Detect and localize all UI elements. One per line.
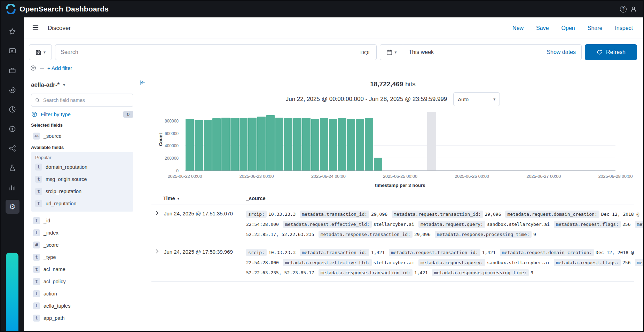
source-field-value: 256 (622, 222, 630, 227)
interval-select[interactable]: Auto ▾ (453, 92, 500, 106)
field-type-icon: t (35, 200, 42, 207)
source-field-key: metadata.request.domain_creation: (500, 249, 594, 256)
histogram-bar[interactable] (230, 118, 239, 171)
source-field-key: metadata.request.transaction_id: (389, 249, 480, 256)
header-action-inspect[interactable]: Inspect (615, 25, 633, 31)
histogram-bar[interactable] (195, 120, 203, 171)
brand[interactable]: OpenSearchDashboards (6, 4, 109, 14)
header-action-new[interactable]: New (512, 25, 524, 31)
add-filter-button[interactable]: + Add filter (47, 65, 72, 71)
header-action-save[interactable]: Save (536, 25, 549, 31)
field-item-msg_origin.source[interactable]: tmsg_origin.source (33, 173, 131, 185)
field-item-_index[interactable]: t_index (31, 227, 131, 239)
histogram-bar[interactable] (239, 118, 248, 171)
histogram-bar[interactable] (347, 119, 355, 171)
flask-icon[interactable] (6, 161, 19, 175)
source-field-key: metadata.transaction_id: (300, 211, 369, 218)
field-search-input[interactable] (43, 97, 129, 103)
observability-icon[interactable] (6, 83, 19, 97)
brand-suffix: Dashboards (66, 5, 109, 13)
brand-name: OpenSearch (19, 5, 63, 13)
field-item-aella_tuples[interactable]: taella_tuples (31, 300, 131, 312)
histogram-bar[interactable] (329, 119, 337, 171)
histogram-bar[interactable] (320, 118, 328, 171)
field-item-action[interactable]: taction (31, 287, 131, 300)
histogram-bar[interactable] (221, 118, 230, 171)
filter-icon[interactable] (30, 65, 37, 71)
query-language-button[interactable]: DQL (358, 49, 371, 55)
histogram-bar[interactable] (275, 118, 284, 171)
header-action-share[interactable]: Share (588, 25, 603, 31)
source-field-key: metadata.response.transaction_id: (319, 231, 413, 238)
search-input[interactable] (61, 49, 354, 55)
field-item-srcip_reputation[interactable]: tsrcip_reputation (33, 185, 131, 197)
target-icon[interactable] (6, 122, 19, 136)
graph-icon[interactable] (6, 141, 19, 155)
document-row: Jun 24, 2025 @ 17:51:35.070srcip:10.33.2… (151, 205, 634, 243)
field-item-domain_reputation[interactable]: tdomain_reputation (33, 161, 131, 173)
histogram-bar[interactable] (257, 117, 266, 171)
field-item-acl_policy[interactable]: tacl_policy (31, 275, 131, 287)
row-time-cell: Jun 24, 2025 @ 17:50:39.969 (151, 247, 246, 278)
field-item-_source[interactable]: </>_source (31, 130, 133, 142)
row-source-cell: srcip:10.33.23.3metadata.transaction_id:… (246, 209, 643, 239)
console-icon[interactable] (6, 44, 19, 58)
histogram-bar[interactable] (186, 119, 194, 171)
pie-chart-icon[interactable] (6, 102, 19, 116)
nav-accent-pill[interactable] (6, 253, 18, 331)
source-field-value: 10.33.23.3 (268, 212, 296, 217)
calendar-button[interactable]: ▾ (380, 45, 403, 60)
histogram-bar[interactable] (204, 120, 212, 171)
expand-row-icon[interactable] (154, 248, 160, 255)
collapse-sidebar-icon[interactable] (138, 79, 147, 87)
popular-fields-block: Popular tdomain_reputationtmsg_origin.so… (31, 152, 133, 212)
index-pattern-name: aella-adr-* (31, 81, 60, 88)
field-item-url_reputation[interactable]: turl_reputation (33, 197, 131, 210)
histogram-bar[interactable] (338, 118, 346, 171)
histogram-bar[interactable] (374, 158, 382, 171)
x-tick-label: 2025-06-26 00:00 (455, 174, 489, 179)
field-item-app_path[interactable]: tapp_path (31, 312, 131, 324)
field-item-_type[interactable]: t_type (31, 251, 131, 263)
menu-icon[interactable] (31, 24, 40, 33)
filter-by-type[interactable]: Filter by type 0 (31, 111, 133, 118)
field-item-acl_name[interactable]: tacl_name (31, 263, 131, 275)
source-field-key: metadata.request.query: (418, 259, 485, 266)
bar-chart-icon[interactable] (6, 180, 19, 194)
histogram-bar[interactable] (293, 118, 301, 171)
field-item-_score[interactable]: #_score (31, 239, 131, 251)
column-header-time[interactable]: Time ▾ (151, 196, 246, 201)
source-field-key: metadata.request.transaction_id: (392, 211, 483, 218)
source-field-value: sandbox.stellarcyber.ai (487, 222, 550, 227)
histogram-bar[interactable] (311, 119, 320, 171)
gear-icon[interactable]: ⚙ (6, 200, 19, 214)
briefcase-icon[interactable] (6, 63, 19, 77)
histogram-bar[interactable] (356, 119, 364, 171)
source-field-key: srcip: (246, 249, 267, 256)
histogram-bar[interactable] (284, 118, 292, 171)
histogram-bar[interactable] (266, 115, 275, 171)
histogram-bar[interactable] (248, 118, 257, 171)
histogram-bar[interactable] (302, 118, 311, 171)
caret-down-icon: ▾ (493, 97, 495, 101)
histogram-bar[interactable] (365, 118, 373, 171)
field-item-_id[interactable]: t_id (31, 214, 131, 227)
header-action-open[interactable]: Open (561, 25, 575, 31)
field-name: aella_tuples (44, 303, 70, 309)
user-icon[interactable] (630, 6, 637, 13)
refresh-button[interactable]: Refresh (585, 44, 637, 60)
help-icon[interactable]: ? (620, 6, 627, 13)
source-field-value: sandbox.stellarcyber.ai (487, 260, 550, 265)
source-field-key: metadata.request.flags: (554, 259, 621, 266)
show-dates-button[interactable]: Show dates (547, 49, 581, 55)
header-actions: NewSaveOpenShareInspect (512, 25, 633, 31)
histogram-bar[interactable] (212, 118, 221, 171)
index-pattern-switcher[interactable]: aella-adr-* ▾ (31, 77, 133, 93)
star-icon[interactable] (6, 24, 19, 38)
saved-query-button[interactable]: ▾ (29, 44, 52, 60)
expand-row-icon[interactable] (154, 210, 160, 217)
time-range-value[interactable]: This week (403, 49, 547, 55)
field-name: _id (44, 218, 50, 223)
field-type-icon: t (33, 229, 40, 236)
app-root: OpenSearchDashboards ? ⚙ Discover NewSav… (0, 0, 644, 332)
